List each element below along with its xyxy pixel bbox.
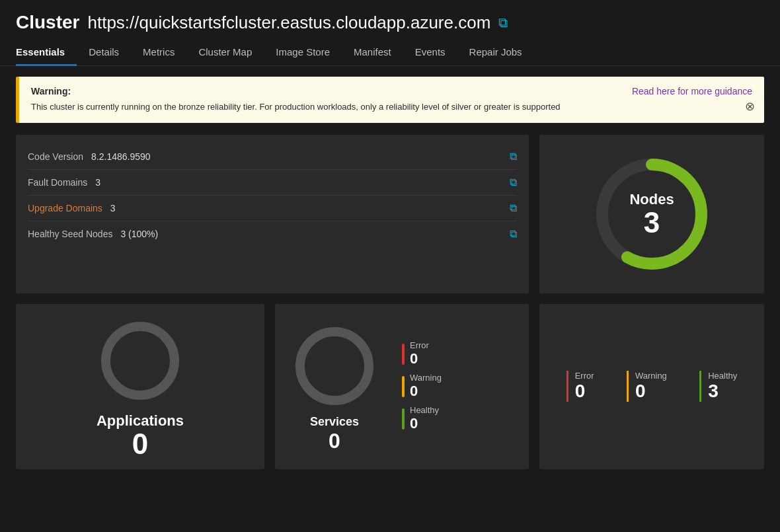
nav-tab-image-store[interactable]: Image Store	[264, 41, 342, 66]
nav-tab-repair-jobs[interactable]: Repair Jobs	[457, 41, 534, 66]
info-row-label: Upgrade Domains	[28, 203, 102, 213]
cluster-label: Cluster	[16, 12, 79, 33]
cluster-info-panel: Code Version 8.2.1486.9590 ⧉ Fault Domai…	[16, 135, 529, 293]
nodes-stat-warning: Warning 0	[627, 371, 667, 402]
nav-tab-events[interactable]: Events	[403, 41, 457, 66]
node-stat-value: 0	[575, 381, 594, 402]
svg-point-2	[106, 326, 175, 395]
node-stat-value: 0	[635, 381, 667, 402]
warning-close-button[interactable]: ⊗	[745, 99, 755, 114]
info-row-label: Healthy Seed Nodes	[28, 229, 112, 239]
nodes-panel: Nodes 3	[539, 135, 764, 293]
svg-point-3	[300, 332, 369, 400]
nav-tab-metrics[interactable]: Metrics	[131, 41, 186, 66]
info-row-value: 3	[95, 177, 502, 188]
warning-link[interactable]: Read here for more guidance	[632, 86, 752, 96]
services-donut	[288, 320, 381, 412]
nav-tab-manifest[interactable]: Manifest	[342, 41, 403, 66]
info-row: Fault Domains 3 ⧉	[28, 170, 517, 196]
status-value: 0	[410, 415, 439, 432]
status-label: Healthy	[410, 405, 439, 415]
copy-icon[interactable]: ⧉	[510, 151, 517, 163]
services-panel: Services 0 Error 0 Warning 0 Healthy 0	[275, 304, 529, 469]
nav-tab-cluster-map[interactable]: Cluster Map	[186, 41, 264, 66]
nodes-donut: Nodes 3	[586, 148, 718, 280]
navigation-tabs: EssentialsDetailsMetricsCluster MapImage…	[0, 33, 780, 66]
warning-text: This cluster is currently running on the…	[31, 100, 752, 114]
status-bar-green	[402, 408, 405, 430]
applications-panel: Applications 0	[16, 304, 264, 469]
cluster-url: https://quickstartsfcluster.eastus.cloud…	[87, 13, 490, 33]
main-content: Warning: Read here for more guidance Thi…	[0, 66, 780, 480]
page-header: Cluster https://quickstartsfcluster.east…	[0, 0, 780, 33]
nav-tab-essentials[interactable]: Essentials	[16, 41, 77, 66]
info-row-value: 3	[110, 203, 502, 213]
applications-donut	[94, 315, 186, 407]
service-status-item: Warning 0	[402, 373, 442, 400]
service-status-item: Healthy 0	[402, 405, 442, 432]
info-row-label: Fault Domains	[28, 177, 87, 188]
nav-tab-details[interactable]: Details	[77, 41, 131, 66]
copy-icon[interactable]: ⧉	[510, 176, 517, 188]
copy-icon[interactable]: ⧉	[510, 202, 517, 214]
services-value: 0	[329, 429, 340, 453]
info-row: Healthy Seed Nodes 3 (100%) ⧉	[28, 221, 517, 247]
applications-value: 0	[132, 430, 148, 459]
node-stat-label: Warning	[635, 371, 667, 381]
copy-url-icon[interactable]: ⧉	[498, 15, 508, 30]
services-label: Services	[310, 415, 359, 429]
warning-label: Warning:	[31, 86, 71, 96]
service-status-item: Error 0	[402, 340, 442, 367]
status-label: Warning	[410, 373, 442, 383]
warning-banner: Warning: Read here for more guidance Thi…	[16, 77, 764, 123]
node-stat-label: Error	[575, 371, 594, 381]
info-row-value: 3 (100%)	[120, 229, 502, 239]
node-stat-label: Healthy	[708, 371, 737, 381]
bottom-stats-row: Applications 0 Services 0 Error	[16, 304, 764, 469]
copy-icon[interactable]: ⧉	[510, 228, 517, 240]
info-row: Code Version 8.2.1486.9590 ⧉	[28, 144, 517, 170]
info-nodes-row: Code Version 8.2.1486.9590 ⧉ Fault Domai…	[16, 135, 764, 293]
applications-label: Applications	[97, 412, 184, 430]
status-label: Error	[410, 340, 429, 350]
status-value: 0	[410, 350, 429, 367]
status-value: 0	[410, 383, 442, 400]
status-bar-red	[402, 344, 405, 365]
info-row-value: 8.2.1486.9590	[91, 151, 502, 162]
node-stat-value: 3	[708, 381, 737, 402]
services-status-list: Error 0 Warning 0 Healthy 0	[402, 340, 442, 432]
info-row-label: Code Version	[28, 151, 83, 162]
nodes-value: 3	[629, 208, 674, 237]
nodes-stats-panel: Error 0 Warning 0 Healthy 3	[539, 304, 764, 469]
nodes-stat-healthy: Healthy 3	[699, 371, 737, 402]
nodes-stat-error: Error 0	[566, 371, 594, 402]
info-row: Upgrade Domains 3 ⧉	[28, 196, 517, 221]
status-bar-yellow	[402, 376, 405, 397]
